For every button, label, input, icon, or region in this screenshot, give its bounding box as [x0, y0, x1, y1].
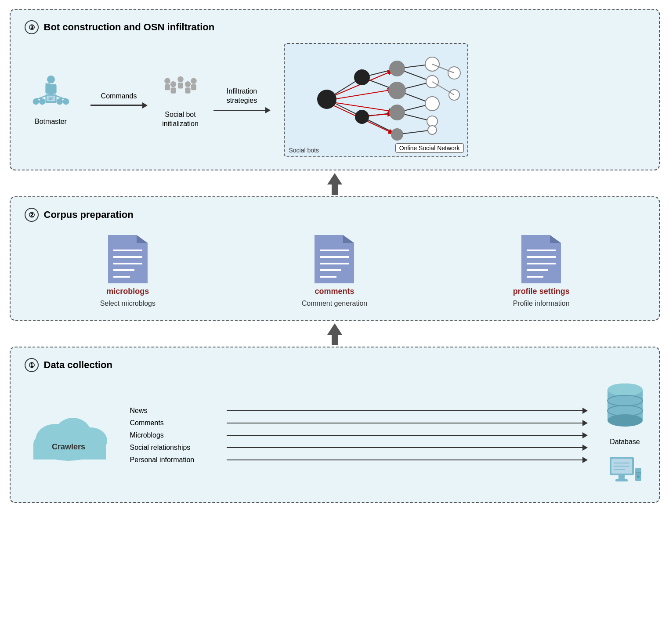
doc-title-comments: comments — [315, 287, 354, 296]
doc-subtitle-profile: Profile information — [513, 300, 570, 308]
commands-label: Commands — [101, 92, 137, 100]
botmaster-label: Botmaster — [35, 118, 67, 126]
svg-rect-101 — [615, 479, 628, 481]
svg-line-61 — [432, 82, 454, 95]
arrow-row-personal: Personal information — [130, 456, 588, 464]
svg-point-55 — [425, 97, 439, 111]
doc-item-microblogs: microblogs Select microblogs — [66, 235, 189, 308]
svg-line-42 — [328, 90, 393, 100]
panel-1-title: ① Data collection — [25, 358, 645, 372]
social-bot-figure: Social botinitialization — [161, 72, 200, 129]
panel-3-content: Botmaster Commands — [25, 43, 645, 157]
svg-marker-78 — [550, 235, 561, 243]
line-shaft-comments — [227, 423, 582, 424]
arrow-line-personal — [227, 457, 588, 463]
arrow-line-news — [227, 408, 588, 414]
svg-point-57 — [428, 126, 437, 134]
osn-label: Online Social Network — [395, 143, 464, 153]
svg-point-47 — [354, 69, 370, 85]
panel-3-number: ③ — [25, 20, 39, 34]
arrow-line-comments — [227, 420, 588, 426]
svg-point-49 — [389, 61, 405, 76]
panel-3: ③ Bot construction and OSN infiltration — [10, 9, 660, 170]
data-arrows-section: News Comments Microblogs — [130, 407, 588, 464]
cloud-icon: Crawlers — [25, 405, 112, 466]
arrowhead-social — [582, 445, 588, 451]
arrow-label-news: News — [130, 407, 227, 415]
svg-point-5 — [33, 98, 39, 105]
arrow-label-social: Social relationships — [130, 444, 227, 452]
up-arrow-svg-2 — [324, 322, 346, 346]
line-shaft-microblogs — [227, 435, 582, 436]
svg-marker-62 — [327, 173, 342, 195]
commands-shaft — [90, 105, 142, 106]
commands-arrow-line — [90, 102, 148, 109]
up-arrow-2 — [10, 321, 660, 347]
svg-point-22 — [191, 78, 197, 84]
botmaster-figure: Botmaster — [25, 75, 77, 126]
network-graph — [292, 51, 467, 148]
svg-rect-21 — [178, 83, 183, 89]
svg-point-26 — [184, 81, 191, 87]
svg-point-56 — [427, 116, 438, 127]
svg-point-0 — [47, 76, 55, 83]
panel-2-title: ② Corpus preparation — [25, 208, 645, 222]
panel-2-number: ② — [25, 208, 39, 222]
panel-1: ① Data collection — [10, 347, 660, 503]
botmaster-icon — [31, 75, 71, 114]
arrow-line-social — [227, 445, 588, 451]
arrowhead-comments — [582, 420, 588, 426]
arrowhead-news — [582, 408, 588, 414]
svg-rect-1 — [45, 84, 56, 94]
svg-text:Crawlers: Crawlers — [51, 442, 85, 451]
panel-2: ② Corpus preparation microblogs Select m… — [10, 196, 660, 321]
infiltration-label: Infiltrationstrategies — [227, 87, 257, 105]
panel-1-content: Crawlers News Comments — [25, 381, 645, 490]
up-arrow-svg-1 — [324, 171, 346, 196]
crawlers-figure: Crawlers — [25, 405, 112, 466]
svg-rect-27 — [185, 87, 190, 94]
social-bot-label: Social botinitialization — [162, 110, 199, 129]
svg-rect-105 — [635, 468, 641, 481]
svg-point-6 — [39, 98, 45, 105]
osn-box: Social bots Online Social Network — [284, 43, 468, 157]
arrow-label-comments: Comments — [130, 419, 227, 427]
up-arrow-1 — [10, 170, 660, 197]
svg-point-52 — [391, 128, 403, 141]
svg-rect-25 — [170, 87, 176, 94]
line-shaft-news — [227, 410, 582, 412]
panel-1-number: ① — [25, 358, 39, 372]
doc-item-comments: comments Comment generation — [273, 235, 396, 308]
doc-item-profile: profile settings Profile information — [480, 235, 603, 308]
svg-point-95 — [608, 384, 643, 396]
svg-point-51 — [389, 105, 405, 120]
commands-arrow: Commands — [90, 92, 148, 108]
doc-icon-profile — [521, 235, 561, 283]
svg-marker-71 — [343, 235, 354, 243]
doc-title-profile: profile settings — [513, 287, 570, 296]
db-section: Database — [605, 381, 645, 490]
doc-icon-comments — [315, 235, 354, 283]
svg-rect-23 — [191, 84, 196, 90]
svg-point-24 — [170, 81, 176, 87]
svg-point-48 — [355, 110, 369, 124]
arrow-row-news: News — [130, 407, 588, 415]
svg-marker-64 — [137, 235, 148, 243]
svg-point-20 — [177, 76, 184, 83]
svg-rect-19 — [165, 84, 170, 90]
svg-point-106 — [637, 475, 640, 478]
doc-subtitle-microblogs: Select microblogs — [100, 300, 155, 308]
infiltration-arrow-line — [213, 107, 271, 113]
arrow-row-social: Social relationships — [130, 444, 588, 452]
infiltration-shaft — [213, 110, 265, 111]
svg-rect-100 — [618, 475, 625, 480]
line-shaft-social — [227, 447, 582, 449]
social-bot-icon — [161, 72, 200, 107]
infiltration-arrow: Infiltrationstrategies — [213, 87, 271, 113]
arrow-row-comments: Comments — [130, 419, 588, 427]
doc-title-microblogs: microblogs — [106, 287, 149, 296]
panel-2-content: microblogs Select microblogs comments Co… — [25, 231, 645, 308]
doc-icon-microblogs — [108, 235, 148, 283]
svg-point-8 — [63, 98, 69, 105]
doc-subtitle-comments: Comment generation — [302, 300, 367, 308]
